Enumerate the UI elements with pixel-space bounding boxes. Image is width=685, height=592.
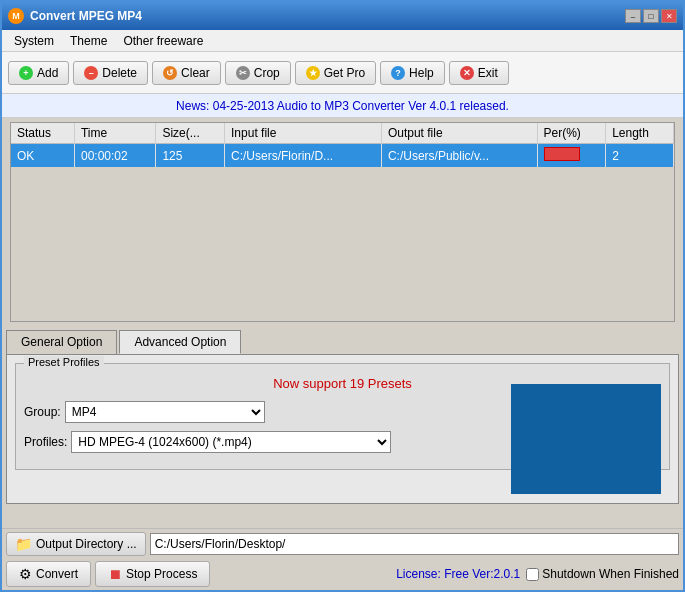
title-controls: – □ ✕ (625, 9, 677, 23)
col-status: Status (11, 123, 74, 144)
crop-icon: ✂ (236, 66, 250, 80)
tabs-row: General Option Advanced Option (6, 330, 679, 354)
action-buttons: ⚙ Convert ⏹ Stop Process (6, 561, 210, 587)
minimize-button[interactable]: – (625, 9, 641, 23)
profiles-label: Profiles: (24, 435, 67, 449)
news-text: News: 04-25-2013 Audio to MP3 Converter … (176, 99, 509, 113)
preset-group-label: Preset Profiles (24, 356, 104, 368)
app-icon: M (8, 8, 24, 24)
cell-input: C:/Users/Florin/D... (225, 144, 382, 168)
cell-time: 00:00:02 (74, 144, 155, 168)
clear-button[interactable]: ↺ Clear (152, 61, 221, 85)
file-table: Status Time Size(... Input file Output f… (11, 123, 674, 167)
getpro-icon: ★ (306, 66, 320, 80)
menu-theme[interactable]: Theme (62, 32, 115, 50)
file-table-container[interactable]: Status Time Size(... Input file Output f… (10, 122, 675, 322)
tab-content: Preset Profiles Now support 19 Presets G… (6, 354, 679, 504)
add-button[interactable]: + Add (8, 61, 69, 85)
news-bar: News: 04-25-2013 Audio to MP3 Converter … (2, 94, 683, 118)
group-select[interactable]: MP4 (65, 401, 265, 423)
convert-button[interactable]: ⚙ Convert (6, 561, 91, 587)
options-area: General Option Advanced Option Preset Pr… (2, 326, 683, 528)
stop-icon: ⏹ (108, 566, 122, 582)
col-size: Size(... (156, 123, 225, 144)
shutdown-label: Shutdown When Finished (542, 567, 679, 581)
preset-preview-image (511, 384, 661, 494)
window-title: Convert MPEG MP4 (30, 9, 142, 23)
table-row[interactable]: OK 00:00:02 125 C:/Users/Florin/D... C:/… (11, 144, 674, 168)
tab-advanced[interactable]: Advanced Option (119, 330, 241, 354)
main-window: M Convert MPEG MP4 – □ ✕ System Theme Ot… (0, 0, 685, 592)
stop-process-button[interactable]: ⏹ Stop Process (95, 561, 210, 587)
col-input: Input file (225, 123, 382, 144)
output-path-input[interactable] (150, 533, 679, 555)
profiles-select[interactable]: HD MPEG-4 (1024x600) (*.mp4) (71, 431, 391, 453)
col-time: Time (74, 123, 155, 144)
help-icon: ? (391, 66, 405, 80)
cell-status: OK (11, 144, 74, 168)
shutdown-check: Shutdown When Finished (526, 567, 679, 581)
clear-icon: ↺ (163, 66, 177, 80)
convert-icon: ⚙ (19, 566, 32, 582)
crop-button[interactable]: ✂ Crop (225, 61, 291, 85)
license-text: License: Free Ver:2.0.1 (396, 567, 520, 581)
percent-bar (544, 147, 580, 161)
close-button[interactable]: ✕ (661, 9, 677, 23)
preset-profiles-group: Preset Profiles Now support 19 Presets G… (15, 363, 670, 470)
menu-bar: System Theme Other freeware (2, 30, 683, 52)
delete-icon: – (84, 66, 98, 80)
action-right: License: Free Ver:2.0.1 Shutdown When Fi… (396, 567, 679, 581)
tab-general[interactable]: General Option (6, 330, 117, 354)
action-bar: ⚙ Convert ⏹ Stop Process License: Free V… (2, 558, 683, 590)
shutdown-checkbox[interactable] (526, 568, 539, 581)
output-directory-button[interactable]: 📁 Output Directory ... (6, 532, 146, 556)
cell-percent (537, 144, 606, 168)
title-bar-left: M Convert MPEG MP4 (8, 8, 142, 24)
folder-icon: 📁 (15, 536, 32, 552)
group-label: Group: (24, 405, 61, 419)
exit-icon: ✕ (460, 66, 474, 80)
add-icon: + (19, 66, 33, 80)
menu-system[interactable]: System (6, 32, 62, 50)
exit-button[interactable]: ✕ Exit (449, 61, 509, 85)
delete-button[interactable]: – Delete (73, 61, 148, 85)
col-percent: Per(%) (537, 123, 606, 144)
menu-other-freeware[interactable]: Other freeware (115, 32, 211, 50)
col-length: Length (606, 123, 674, 144)
help-button[interactable]: ? Help (380, 61, 445, 85)
cell-output: C:/Users/Public/v... (381, 144, 537, 168)
cell-length: 2 (606, 144, 674, 168)
maximize-button[interactable]: □ (643, 9, 659, 23)
col-output: Output file (381, 123, 537, 144)
toolbar: + Add – Delete ↺ Clear ✂ Crop ★ Get Pro … (2, 52, 683, 94)
title-bar: M Convert MPEG MP4 – □ ✕ (2, 2, 683, 30)
getpro-button[interactable]: ★ Get Pro (295, 61, 376, 85)
output-dir-bar: 📁 Output Directory ... (2, 528, 683, 558)
cell-size: 125 (156, 144, 225, 168)
